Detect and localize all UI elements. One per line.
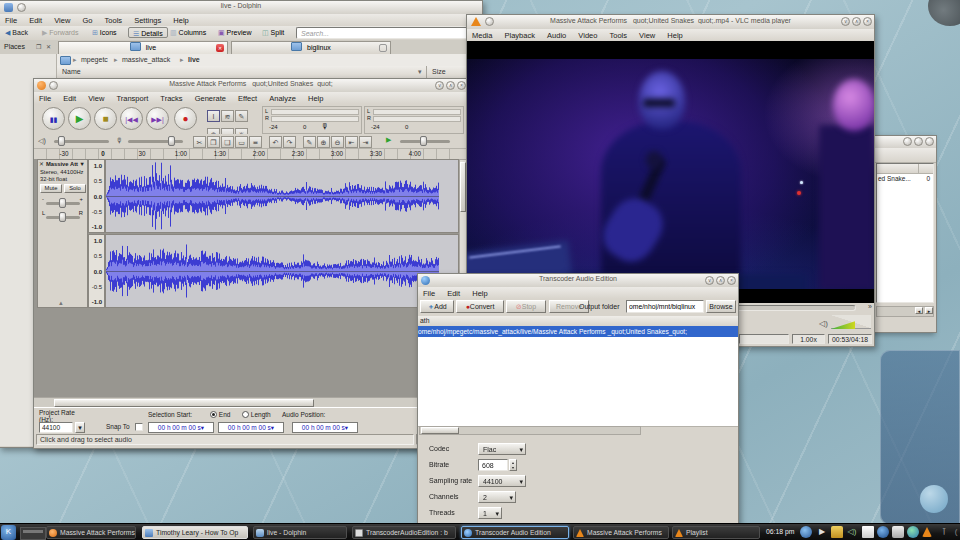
column-size[interactable]: Size — [432, 68, 446, 75]
crumb-live[interactable]: live — [188, 56, 200, 63]
minimize-button[interactable]: ∨ — [705, 276, 714, 285]
task-audacity[interactable]: Massive Attack Performs — [46, 526, 136, 539]
tab-close-icon[interactable]: ✕ — [216, 44, 224, 52]
playback-speed[interactable]: 1.00x — [792, 334, 825, 344]
maximize-button[interactable]: ∧ — [446, 81, 455, 90]
back-button[interactable]: ◀ Back — [5, 29, 28, 37]
menu-file[interactable]: File — [0, 14, 22, 25]
play-at-speed-button[interactable]: ▶ — [386, 136, 391, 144]
gain-slider[interactable] — [46, 202, 80, 205]
places-close-icon[interactable]: ✕ — [46, 43, 51, 50]
solo-button[interactable]: Solo — [64, 184, 86, 193]
tab-biglinux[interactable]: biglinux — [231, 41, 391, 54]
tray-volume-icon[interactable]: ◁) — [846, 526, 858, 538]
search-input[interactable]: Search... — [296, 27, 472, 39]
task-vlc-video[interactable]: Massive Attack Performs — [573, 526, 669, 539]
crumb-massive-attack[interactable]: massive_attack — [122, 56, 170, 63]
collapse-track-icon[interactable]: ▲ — [58, 300, 64, 306]
cut-button[interactable]: ✂❐❏▭≖ — [192, 135, 262, 148]
close-button[interactable] — [925, 137, 934, 146]
task-timothy-leary[interactable]: Timothy Leary - How To Op — [142, 526, 248, 539]
menu-tools[interactable]: Tools — [604, 29, 632, 40]
columns-view-button[interactable]: ▥ Columns — [170, 29, 206, 37]
maximize-button[interactable] — [914, 137, 923, 146]
menu-tools[interactable]: Tools — [100, 14, 128, 25]
zoom-buttons[interactable]: ✎⊕⊖⇤⇥ — [302, 135, 372, 148]
add-button[interactable]: ＋Add — [420, 300, 454, 313]
volume-icon[interactable]: ◁) — [819, 319, 828, 328]
menu-audio[interactable]: Audio — [542, 29, 571, 40]
time-display[interactable]: 00:53/04:18 — [828, 334, 872, 344]
kde-cashew-icon[interactable] — [928, 0, 960, 26]
stop-button[interactable]: ■ — [94, 107, 117, 130]
selected-file-row[interactable]: ome/nhoj/mpegetc/massive_attack/live/Mas… — [418, 326, 738, 337]
scroll-right-icon[interactable]: ▸ — [925, 307, 933, 314]
widget-circle-icon[interactable] — [920, 485, 948, 513]
task-transcoder-active[interactable]: Transcoder Audio Edition — [461, 526, 569, 539]
crumb-mpegetc[interactable]: mpegetc — [81, 56, 108, 63]
transcoder-titlebar[interactable]: Transcoder Audio Edition ∨ ∧ × — [418, 274, 738, 288]
scrollbar-thumb[interactable] — [54, 399, 314, 407]
menu-media[interactable]: Media — [467, 29, 497, 40]
track-close-icon[interactable]: ✕ — [39, 161, 44, 167]
list-row[interactable]: ed Snake... — [878, 175, 911, 182]
close-button[interactable]: × — [457, 81, 466, 90]
forwards-button[interactable]: ▶ Forwards — [42, 29, 79, 37]
close-button[interactable]: × — [863, 17, 872, 26]
menu-video[interactable]: Video — [573, 29, 602, 40]
file-list[interactable]: ome/nhoj/mpegetc/massive_attack/live/Mas… — [418, 326, 738, 427]
menu-edit[interactable]: Edit — [58, 92, 81, 103]
audacity-titlebar[interactable]: Massive Attack Performs _quot;United Sna… — [34, 79, 468, 93]
maximize-button[interactable]: ∧ — [716, 276, 725, 285]
menu-help[interactable]: Help — [303, 92, 328, 103]
menu-view[interactable]: View — [49, 14, 75, 25]
menu-help[interactable]: Help — [662, 29, 687, 40]
rate-dropdown-arrow[interactable]: ▾ — [75, 422, 85, 433]
menu-transport[interactable]: Transport — [111, 92, 153, 103]
kde-menu-button[interactable]: K — [1, 525, 16, 540]
menu-analyze[interactable]: Analyze — [264, 92, 301, 103]
tab-close-icon[interactable] — [379, 44, 387, 52]
waveform-channel-1[interactable] — [105, 159, 459, 233]
draw-tool[interactable]: ✎ — [235, 110, 248, 122]
menu-tracks[interactable]: Tracks — [155, 92, 187, 103]
record-button[interactable]: ● — [174, 107, 197, 130]
menu-settings[interactable]: Settings — [129, 14, 166, 25]
pager-desktop-1[interactable] — [20, 527, 46, 540]
convert-button[interactable]: ●Convert — [456, 300, 504, 313]
background-transcoder-window[interactable]: ed Snake... 0 ◂ ▸ — [873, 135, 937, 333]
menu-edit[interactable]: Edit — [442, 287, 465, 298]
minimize-button[interactable]: ∨ — [435, 81, 444, 90]
details-view-button[interactable]: ☰ Details — [128, 27, 168, 38]
vlc-titlebar[interactable]: Massive Attack Performs _quot;United Sna… — [467, 15, 874, 30]
track-name[interactable]: Massive Att — [46, 161, 78, 167]
preview-button[interactable]: ▣ Preview — [218, 29, 251, 37]
icons-view-button[interactable]: ⊞ Icons — [92, 29, 117, 37]
menu-effect[interactable]: Effect — [233, 92, 262, 103]
volume-slider[interactable] — [831, 316, 871, 329]
tray-clipboard-icon[interactable] — [862, 526, 874, 538]
desktop-widget-panel[interactable] — [880, 350, 960, 525]
browse-button[interactable]: Browse — [706, 300, 736, 313]
project-rate-select[interactable]: 44100 — [39, 422, 73, 433]
clock[interactable]: 06:18 pm — [766, 528, 794, 535]
mute-button[interactable]: Mute — [40, 184, 62, 193]
menu-file[interactable]: File — [418, 287, 440, 298]
selection-end-field[interactable]: 00 h 00 m 00 s▾ — [218, 422, 284, 433]
close-button[interactable]: × — [727, 276, 736, 285]
output-folder-input[interactable] — [626, 300, 704, 313]
dolphin-titlebar[interactable]: live - Dolphin — [0, 1, 482, 15]
length-radio[interactable]: Length — [242, 411, 271, 418]
task-vlc-playlist[interactable]: Playlist — [672, 526, 760, 539]
skip-start-button[interactable]: |◀◀ — [120, 107, 143, 130]
pan-slider[interactable] — [46, 216, 80, 219]
scroll-left-icon[interactable]: ◂ — [915, 307, 923, 314]
places-float-icon[interactable]: ❐ — [36, 43, 41, 50]
tray-printer-icon[interactable] — [892, 526, 904, 538]
tray-wallet-icon[interactable] — [831, 526, 843, 538]
task-dolphin[interactable]: live - Dolphin — [253, 526, 347, 539]
menu-edit[interactable]: Edit — [24, 14, 47, 25]
output-volume-slider[interactable] — [54, 140, 109, 143]
selection-start-field[interactable]: 00 h 00 m 00 s▾ — [148, 422, 214, 433]
menu-view[interactable]: View — [83, 92, 109, 103]
